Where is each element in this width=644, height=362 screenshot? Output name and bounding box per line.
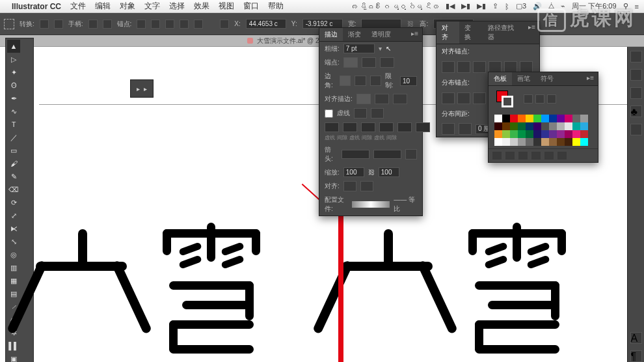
convert-smooth-icon[interactable] <box>54 20 63 29</box>
anchor-connect-icon[interactable] <box>151 20 160 29</box>
swatch-cell[interactable] <box>580 122 588 130</box>
new-swatch-icon[interactable] <box>544 152 554 160</box>
swatch-cell[interactable] <box>580 115 588 122</box>
dist-bottom-icon[interactable] <box>473 92 486 104</box>
tab-transform[interactable]: 变换 <box>459 21 482 44</box>
swatch-cell[interactable] <box>580 130 588 138</box>
menu-edit[interactable]: 编辑 <box>95 1 111 12</box>
corner-round-icon[interactable] <box>355 76 366 86</box>
dist-top-icon[interactable] <box>442 92 455 104</box>
swatch-cell[interactable] <box>533 130 541 138</box>
swatch-cell[interactable] <box>494 115 502 122</box>
weight-dropdown-icon[interactable]: ▾ <box>379 45 382 52</box>
handle-hide-icon[interactable] <box>103 20 112 29</box>
dash-1[interactable] <box>325 122 339 132</box>
swatches-panel[interactable]: 色板 画笔 符号 ▸≡ <box>488 72 598 163</box>
play-fwd-icon[interactable]: ▸ <box>144 85 147 92</box>
swatch-cell[interactable] <box>541 138 549 146</box>
scale-end[interactable] <box>379 167 399 177</box>
anchor-split-icon[interactable] <box>180 20 189 29</box>
swatch-cell[interactable] <box>549 115 557 122</box>
tab-align[interactable]: 对齐 <box>436 21 459 44</box>
paintbrush-tool[interactable]: 🖌 <box>7 157 20 170</box>
tab-brushes[interactable]: 画笔 <box>512 72 535 85</box>
menu-view[interactable]: 视图 <box>219 1 234 12</box>
swatch-cell[interactable] <box>565 115 572 122</box>
swatch-cell[interactable] <box>494 130 502 138</box>
gradient-tool[interactable]: ▤ <box>7 287 20 300</box>
anchor-cut-icon[interactable] <box>165 20 174 29</box>
list-view-icon[interactable] <box>524 94 533 104</box>
dash-preserve-icon[interactable] <box>354 108 367 118</box>
limit-field[interactable] <box>400 76 417 86</box>
scale-tool[interactable]: ⤢ <box>7 209 20 222</box>
menu-effect[interactable]: 效果 <box>194 1 209 12</box>
swap-arrows-icon[interactable] <box>405 149 417 160</box>
swatch-cell[interactable] <box>533 138 541 146</box>
play-back-icon[interactable]: ▸ <box>137 85 140 92</box>
playback-play-icon[interactable]: ▶▮ <box>461 2 470 10</box>
gap-3[interactable] <box>416 122 430 132</box>
wifi-icon[interactable]: ⧊ <box>548 2 554 10</box>
swatch-cell[interactable] <box>494 122 502 130</box>
swatch-cell[interactable] <box>533 122 541 130</box>
menu-type[interactable]: 文字 <box>144 1 160 12</box>
dock-char-icon[interactable]: A <box>630 332 642 344</box>
volume-icon[interactable]: 🔊 <box>533 2 542 10</box>
swatch-cell[interactable] <box>510 130 518 138</box>
dock-club-icon[interactable]: ♣ <box>630 105 642 117</box>
swatch-cell[interactable] <box>572 115 580 122</box>
swatch-cell[interactable] <box>549 138 557 146</box>
lasso-tool[interactable]: ʘ <box>7 79 20 92</box>
spotlight-icon[interactable]: ⚲ <box>623 2 628 10</box>
tab-transparency[interactable]: 透明度 <box>366 28 396 41</box>
upload-icon[interactable]: ⇪ <box>492 2 498 10</box>
menu-icon[interactable]: ≡ <box>635 3 639 10</box>
swatch-cell[interactable] <box>502 122 510 130</box>
ref-point-icon[interactable] <box>220 20 229 29</box>
swatch-cell[interactable] <box>565 130 572 138</box>
swatch-cell[interactable] <box>541 130 549 138</box>
battery-icon[interactable]: ▢3 <box>516 2 526 10</box>
swatch-cell[interactable] <box>557 122 565 130</box>
current-stroke-icon[interactable] <box>502 96 513 107</box>
cap-round-icon[interactable] <box>362 57 376 68</box>
swatch-cell[interactable] <box>510 122 518 130</box>
tab-pathfinder[interactable]: 路径查找器 <box>483 21 524 44</box>
swatch-cell[interactable] <box>510 115 518 122</box>
swatch-cell[interactable] <box>526 115 533 122</box>
swatch-kind-icon[interactable] <box>505 152 515 160</box>
panel-menu-icon[interactable]: ▸≡ <box>524 21 539 44</box>
link-scale-icon[interactable]: ⛓ <box>368 169 375 176</box>
current-colors[interactable] <box>496 90 513 107</box>
menu-window[interactable]: 窗口 <box>243 1 259 12</box>
selection-tool[interactable]: ▲ <box>7 40 20 53</box>
playback-prev-icon[interactable]: ▮◀ <box>446 2 455 10</box>
swatch-cell[interactable] <box>526 122 533 130</box>
swatch-cell[interactable] <box>580 138 588 146</box>
weight-field[interactable] <box>343 44 375 53</box>
new-group-icon[interactable] <box>531 152 541 160</box>
arrow-end-select[interactable] <box>373 150 401 159</box>
mesh-tool[interactable]: ▦ <box>7 274 20 287</box>
tab-symbols[interactable]: 符号 <box>535 72 559 85</box>
swatch-cell[interactable] <box>526 138 533 146</box>
align-right-icon[interactable] <box>473 61 486 73</box>
swatch-cell[interactable] <box>557 130 565 138</box>
scale-start[interactable] <box>343 167 364 177</box>
pencil-tool[interactable]: ✎ <box>7 170 20 183</box>
close-doc-icon[interactable] <box>247 38 253 44</box>
menu-object[interactable]: 对象 <box>120 1 135 12</box>
dashed-checkbox[interactable] <box>325 109 333 118</box>
stroke-panel[interactable]: 描边 渐变 透明度 ▸≡ 粗细: ▾ ↖ 端点: 边角: 限制: 对齐描边: 虚… <box>319 27 423 216</box>
clock[interactable]: 周一 下午6:09 <box>572 1 616 11</box>
line-tool[interactable]: ／ <box>7 131 20 144</box>
tab-swatches[interactable]: 色板 <box>489 72 512 85</box>
bluetooth-icon[interactable]: ᛒ <box>505 3 509 10</box>
type-tool[interactable]: T <box>7 118 20 131</box>
eraser-tool[interactable]: ⌫ <box>7 183 20 196</box>
x-field[interactable] <box>246 19 286 29</box>
swatch-lib-icon[interactable] <box>492 152 502 160</box>
align-hcenter-icon[interactable] <box>457 61 470 73</box>
align-left-icon[interactable] <box>442 61 455 73</box>
